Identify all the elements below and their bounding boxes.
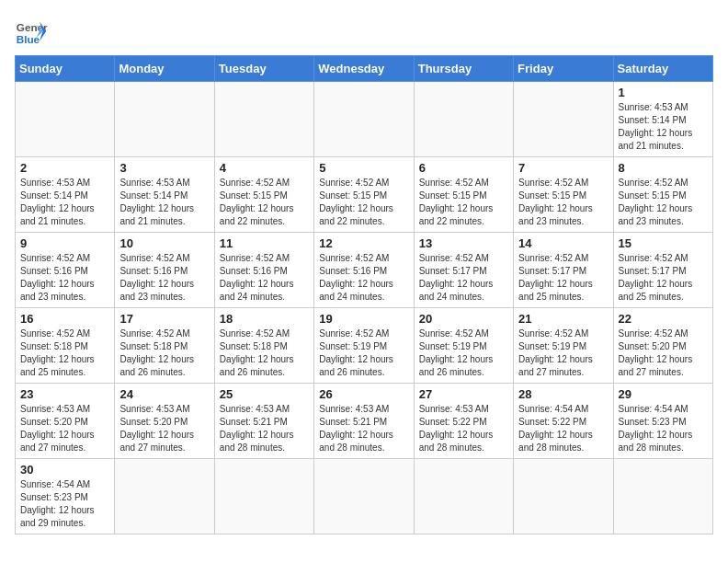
day-info: Sunrise: 4:52 AM Sunset: 5:15 PM Dayligh…	[419, 177, 508, 228]
day-info: Sunrise: 4:52 AM Sunset: 5:18 PM Dayligh…	[20, 327, 109, 379]
calendar-cell: 19Sunrise: 4:52 AM Sunset: 5:19 PM Dayli…	[314, 308, 414, 384]
calendar-cell	[214, 82, 313, 157]
day-info: Sunrise: 4:54 AM Sunset: 5:23 PM Dayligh…	[20, 478, 109, 530]
day-info: Sunrise: 4:53 AM Sunset: 5:14 PM Dayligh…	[20, 177, 109, 228]
day-number: 15	[619, 236, 708, 250]
day-info: Sunrise: 4:52 AM Sunset: 5:15 PM Dayligh…	[518, 177, 608, 228]
day-number: 8	[619, 161, 708, 175]
day-info: Sunrise: 4:52 AM Sunset: 5:16 PM Dayligh…	[119, 252, 209, 304]
day-number: 26	[319, 387, 408, 401]
day-number: 1	[619, 86, 708, 99]
day-number: 20	[419, 312, 508, 326]
calendar-cell: 18Sunrise: 4:52 AM Sunset: 5:18 PM Dayli…	[214, 308, 313, 384]
day-info: Sunrise: 4:52 AM Sunset: 5:18 PM Dayligh…	[119, 327, 209, 379]
day-info: Sunrise: 4:52 AM Sunset: 5:19 PM Dayligh…	[319, 327, 408, 379]
weekday-header-monday: Monday	[115, 56, 214, 82]
day-info: Sunrise: 4:52 AM Sunset: 5:16 PM Dayligh…	[319, 252, 408, 304]
logo: General Blue	[15, 15, 48, 48]
day-info: Sunrise: 4:53 AM Sunset: 5:20 PM Dayligh…	[119, 403, 209, 454]
day-number: 17	[119, 312, 209, 326]
calendar-cell: 17Sunrise: 4:52 AM Sunset: 5:18 PM Dayli…	[115, 308, 214, 384]
calendar-cell	[414, 459, 513, 534]
weekday-header-saturday: Saturday	[613, 56, 712, 82]
calendar-week-4: 23Sunrise: 4:53 AM Sunset: 5:20 PM Dayli…	[16, 384, 713, 459]
calendar-week-0: 1Sunrise: 4:53 AM Sunset: 5:14 PM Daylig…	[16, 82, 713, 157]
day-number: 11	[220, 236, 309, 250]
calendar-cell: 1Sunrise: 4:53 AM Sunset: 5:14 PM Daylig…	[613, 82, 712, 157]
day-number: 5	[319, 161, 408, 175]
calendar-cell: 8Sunrise: 4:52 AM Sunset: 5:15 PM Daylig…	[613, 157, 712, 233]
calendar-cell: 24Sunrise: 4:53 AM Sunset: 5:20 PM Dayli…	[115, 384, 214, 459]
calendar-cell: 6Sunrise: 4:52 AM Sunset: 5:15 PM Daylig…	[414, 157, 513, 233]
calendar-cell: 10Sunrise: 4:52 AM Sunset: 5:16 PM Dayli…	[115, 233, 214, 308]
calendar-cell: 2Sunrise: 4:53 AM Sunset: 5:14 PM Daylig…	[16, 157, 115, 233]
calendar-week-2: 9Sunrise: 4:52 AM Sunset: 5:16 PM Daylig…	[16, 233, 713, 308]
day-info: Sunrise: 4:52 AM Sunset: 5:17 PM Dayligh…	[518, 252, 608, 304]
day-info: Sunrise: 4:52 AM Sunset: 5:15 PM Dayligh…	[319, 177, 408, 228]
calendar-cell	[115, 459, 214, 534]
svg-text:Blue: Blue	[17, 33, 40, 45]
calendar-cell	[16, 82, 115, 157]
calendar-cell: 22Sunrise: 4:52 AM Sunset: 5:20 PM Dayli…	[613, 308, 712, 384]
calendar-cell: 27Sunrise: 4:53 AM Sunset: 5:22 PM Dayli…	[414, 384, 513, 459]
day-info: Sunrise: 4:52 AM Sunset: 5:18 PM Dayligh…	[220, 327, 309, 379]
day-number: 28	[518, 387, 608, 401]
calendar-cell: 12Sunrise: 4:52 AM Sunset: 5:16 PM Dayli…	[314, 233, 414, 308]
day-number: 13	[419, 236, 508, 250]
day-info: Sunrise: 4:52 AM Sunset: 5:16 PM Dayligh…	[220, 252, 309, 304]
calendar-cell: 20Sunrise: 4:52 AM Sunset: 5:19 PM Dayli…	[414, 308, 513, 384]
day-info: Sunrise: 4:52 AM Sunset: 5:15 PM Dayligh…	[220, 177, 309, 228]
day-number: 24	[119, 387, 209, 401]
calendar-cell: 5Sunrise: 4:52 AM Sunset: 5:15 PM Daylig…	[314, 157, 414, 233]
day-number: 3	[119, 161, 209, 175]
day-info: Sunrise: 4:53 AM Sunset: 5:20 PM Dayligh…	[20, 403, 109, 454]
calendar-cell: 25Sunrise: 4:53 AM Sunset: 5:21 PM Dayli…	[214, 384, 313, 459]
calendar-cell: 16Sunrise: 4:52 AM Sunset: 5:18 PM Dayli…	[16, 308, 115, 384]
day-info: Sunrise: 4:54 AM Sunset: 5:22 PM Dayligh…	[518, 403, 608, 454]
calendar-cell: 28Sunrise: 4:54 AM Sunset: 5:22 PM Dayli…	[514, 384, 613, 459]
day-info: Sunrise: 4:52 AM Sunset: 5:19 PM Dayligh…	[518, 327, 608, 379]
calendar-cell: 26Sunrise: 4:53 AM Sunset: 5:21 PM Dayli…	[314, 384, 414, 459]
weekday-header-wednesday: Wednesday	[314, 56, 414, 82]
calendar-week-5: 30Sunrise: 4:54 AM Sunset: 5:23 PM Dayli…	[16, 459, 713, 534]
day-info: Sunrise: 4:53 AM Sunset: 5:14 PM Dayligh…	[619, 101, 708, 153]
day-number: 2	[20, 161, 109, 175]
weekday-header-row: SundayMondayTuesdayWednesdayThursdayFrid…	[16, 56, 713, 82]
calendar-cell	[613, 459, 712, 534]
day-number: 6	[419, 161, 508, 175]
day-number: 19	[319, 312, 408, 326]
calendar-week-1: 2Sunrise: 4:53 AM Sunset: 5:14 PM Daylig…	[16, 157, 713, 233]
day-number: 10	[119, 236, 209, 250]
calendar-cell: 21Sunrise: 4:52 AM Sunset: 5:19 PM Dayli…	[514, 308, 613, 384]
calendar-cell: 7Sunrise: 4:52 AM Sunset: 5:15 PM Daylig…	[514, 157, 613, 233]
day-info: Sunrise: 4:53 AM Sunset: 5:22 PM Dayligh…	[419, 403, 508, 454]
calendar-cell	[314, 459, 414, 534]
day-number: 12	[319, 236, 408, 250]
weekday-header-thursday: Thursday	[414, 56, 513, 82]
day-info: Sunrise: 4:52 AM Sunset: 5:15 PM Dayligh…	[619, 177, 708, 228]
logo-icon: General Blue	[15, 15, 48, 48]
calendar-cell	[115, 82, 214, 157]
calendar-cell: 13Sunrise: 4:52 AM Sunset: 5:17 PM Dayli…	[414, 233, 513, 308]
calendar-cell: 14Sunrise: 4:52 AM Sunset: 5:17 PM Dayli…	[514, 233, 613, 308]
calendar-cell	[414, 82, 513, 157]
day-info: Sunrise: 4:53 AM Sunset: 5:21 PM Dayligh…	[319, 403, 408, 454]
day-number: 23	[20, 387, 109, 401]
calendar-cell: 4Sunrise: 4:52 AM Sunset: 5:15 PM Daylig…	[214, 157, 313, 233]
day-info: Sunrise: 4:52 AM Sunset: 5:17 PM Dayligh…	[619, 252, 708, 304]
calendar-cell: 15Sunrise: 4:52 AM Sunset: 5:17 PM Dayli…	[613, 233, 712, 308]
day-info: Sunrise: 4:53 AM Sunset: 5:14 PM Dayligh…	[119, 177, 209, 228]
calendar-cell: 23Sunrise: 4:53 AM Sunset: 5:20 PM Dayli…	[16, 384, 115, 459]
day-number: 14	[518, 236, 608, 250]
weekday-header-tuesday: Tuesday	[214, 56, 313, 82]
calendar-week-3: 16Sunrise: 4:52 AM Sunset: 5:18 PM Dayli…	[16, 308, 713, 384]
day-number: 9	[20, 236, 109, 250]
weekday-header-friday: Friday	[514, 56, 613, 82]
header: General Blue	[15, 15, 713, 48]
day-number: 21	[518, 312, 608, 326]
calendar-cell: 3Sunrise: 4:53 AM Sunset: 5:14 PM Daylig…	[115, 157, 214, 233]
calendar-cell	[514, 459, 613, 534]
weekday-header-sunday: Sunday	[16, 56, 115, 82]
calendar-cell: 11Sunrise: 4:52 AM Sunset: 5:16 PM Dayli…	[214, 233, 313, 308]
day-number: 30	[20, 463, 109, 477]
